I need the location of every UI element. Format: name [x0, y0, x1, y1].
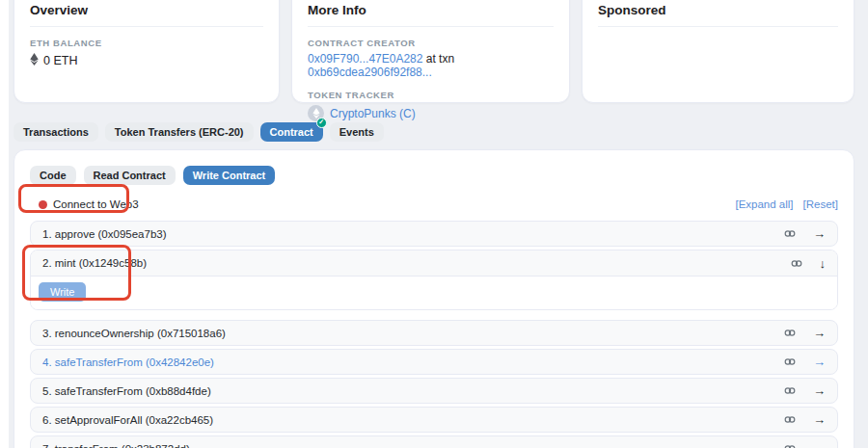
function-row-transfer-from[interactable]: 7. transferFrom (0x23b872dd) →: [30, 435, 838, 448]
permalink-icon[interactable]: [783, 442, 797, 448]
expand-arrow-icon[interactable]: →: [813, 356, 826, 368]
more-info-card: More Info CONTRACT CREATOR 0x09F790...47…: [291, 0, 570, 103]
sponsored-card: Sponsored: [582, 0, 854, 103]
expand-arrow-icon[interactable]: →: [813, 442, 826, 448]
overview-title: Overview: [30, 3, 263, 27]
contract-creator-label: CONTRACT CREATOR: [308, 38, 554, 48]
mint-function-body: Write: [31, 277, 837, 309]
at-txn-text: at txn: [426, 52, 454, 66]
tab-contract[interactable]: Contract ✓: [260, 122, 323, 142]
subtab-write-contract[interactable]: Write Contract: [183, 166, 276, 185]
sponsored-title: Sponsored: [598, 3, 838, 27]
expand-all-link[interactable]: [Expand all]: [735, 198, 793, 210]
token-tracker-label: TOKEN TRACKER: [308, 90, 554, 100]
function-label: 1. approve (0x095ea7b3): [42, 228, 167, 240]
overview-card: Overview ETH BALANCE 0 ETH: [14, 0, 280, 103]
expand-arrow-icon[interactable]: →: [813, 227, 826, 240]
eth-balance-value: 0 ETH: [43, 54, 77, 67]
connect-to-web3-label: Connect to Web3: [53, 198, 139, 210]
subtab-read-contract[interactable]: Read Contract: [84, 166, 176, 185]
expand-arrow-icon[interactable]: →: [813, 384, 826, 397]
write-button[interactable]: Write: [39, 282, 86, 302]
tab-contract-label: Contract: [270, 126, 313, 138]
ethereum-icon: [30, 53, 39, 68]
tab-transactions[interactable]: Transactions: [14, 122, 98, 142]
permalink-icon[interactable]: [783, 413, 797, 426]
permalink-icon[interactable]: [783, 384, 797, 397]
connect-to-web3-button[interactable]: Connect to Web3: [30, 194, 148, 215]
expand-arrow-icon[interactable]: →: [813, 327, 826, 339]
permalink-icon[interactable]: [783, 227, 797, 240]
function-row-set-approval-for-all[interactable]: 6. setApprovalForAll (0xa22cb465) →: [30, 407, 838, 433]
tab-events[interactable]: Events: [330, 122, 384, 142]
function-row-mint[interactable]: 2. mint (0x1249c58b) ↓: [31, 250, 837, 277]
function-row-safe-transfer-from-1[interactable]: 4. safeTransferFrom (0x42842e0e) →: [30, 349, 838, 375]
contract-subtabs: Code Read Contract Write Contract: [30, 166, 838, 185]
address-tabs: Transactions Token Transfers (ERC-20) Co…: [14, 122, 384, 142]
collapse-arrow-icon[interactable]: ↓: [820, 257, 827, 270]
function-label: 5. safeTransferFrom (0xb88d4fde): [42, 385, 211, 397]
function-row-safe-transfer-from-2[interactable]: 5. safeTransferFrom (0xb88d4fde) →: [30, 378, 838, 404]
write-functions-list: 1. approve (0x095ea7b3) → 2. mint (0x124…: [30, 221, 838, 448]
creation-txn-link[interactable]: 0xb69cdea2906f92f88...: [308, 66, 432, 79]
eth-balance-label: ETH BALANCE: [30, 38, 263, 48]
permalink-icon[interactable]: [790, 257, 803, 270]
more-info-title: More Info: [308, 3, 554, 27]
permalink-icon[interactable]: [783, 327, 797, 339]
function-label: 4. safeTransferFrom (0x42842e0e): [42, 356, 214, 368]
function-label: 3. renounceOwnership (0x715018a6): [42, 328, 226, 339]
function-row-renounce-ownership[interactable]: 3. renounceOwnership (0x715018a6) →: [30, 320, 838, 346]
disconnected-status-icon: [39, 200, 47, 209]
page-left-margin: [0, 0, 9, 448]
token-tracker-link[interactable]: CryptoPunks (C): [330, 107, 416, 120]
function-label: 7. transferFrom (0x23b872dd): [42, 443, 190, 448]
tab-token-transfers[interactable]: Token Transfers (ERC-20): [105, 122, 254, 142]
expand-arrow-icon[interactable]: →: [813, 413, 826, 426]
contract-panel: Code Read Contract Write Contract Connec…: [14, 149, 854, 448]
reset-link[interactable]: [Reset]: [803, 198, 838, 210]
function-label: 6. setApprovalForAll (0xa22cb465): [42, 414, 213, 426]
function-section-mint: 2. mint (0x1249c58b) ↓ Write: [30, 250, 838, 310]
subtab-code[interactable]: Code: [30, 166, 76, 185]
permalink-icon[interactable]: [783, 356, 797, 368]
creator-address-link[interactable]: 0x09F790...47E0A282: [308, 52, 422, 66]
function-row-approve[interactable]: 1. approve (0x095ea7b3) →: [30, 221, 838, 247]
contract-verified-icon: ✓: [316, 118, 327, 128]
function-label: 2. mint (0x1249c58b): [42, 257, 147, 269]
